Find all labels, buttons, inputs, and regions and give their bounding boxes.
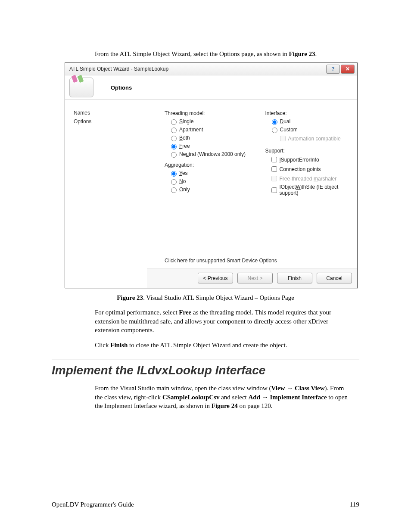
threading-both[interactable]: Both xyxy=(169,134,252,141)
intro-text: From the ATL Simple Object Wizard, selec… xyxy=(95,50,289,57)
interface-custom[interactable]: Custom xyxy=(270,126,353,133)
automation-compatible: Automation compatible xyxy=(278,134,353,143)
intro-period: . xyxy=(315,50,317,57)
header-title: Options xyxy=(111,84,132,91)
figure-caption: Figure 23. Visual Studio ATL Simple Obje… xyxy=(52,294,359,302)
dialog-header: Options xyxy=(65,75,357,100)
interface-support-column: Interface: Dual Custom Automation compat… xyxy=(265,108,353,258)
finish-paragraph: Click Finish to close the ATL Simple Obj… xyxy=(95,341,351,349)
help-button[interactable]: ? xyxy=(326,65,340,74)
aggregation-label: Aggregation: xyxy=(165,162,252,168)
aggregation-yes[interactable]: Yes xyxy=(169,170,252,177)
wizard-icon xyxy=(69,78,93,97)
caption-bold: Figure 23 xyxy=(117,294,143,301)
cancel-button[interactable]: Cancel xyxy=(317,273,352,283)
threading-label: Threading model: xyxy=(165,110,252,116)
threading-single[interactable]: Single xyxy=(169,118,252,125)
page-footer: OpenLDV Programmer's Guide 119 xyxy=(52,501,359,508)
smart-device-link[interactable]: Click here for unsupported Smart Device … xyxy=(165,258,353,264)
threading-neutral[interactable]: Neutral (Windows 2000 only) xyxy=(169,151,252,158)
support-isupporterrorinfo[interactable]: ISupportErrorInfo xyxy=(270,156,353,164)
interface-dual[interactable]: Dual xyxy=(270,118,353,125)
nav-item-names[interactable]: Names xyxy=(74,109,156,117)
intro-paragraph: From the ATL Simple Object Wizard, selec… xyxy=(95,50,351,58)
next-button: Next > xyxy=(237,273,273,283)
aggregation-no[interactable]: No xyxy=(169,178,252,185)
previous-button[interactable]: < Previous xyxy=(198,273,233,283)
aggregation-only[interactable]: Only xyxy=(169,186,252,193)
dialog-nav: Names Options xyxy=(65,100,160,268)
close-button[interactable]: ✕ xyxy=(341,65,355,74)
support-free-threaded-marshaler: Free-threaded marshaler xyxy=(270,174,353,183)
support-connection-points[interactable]: Connection points xyxy=(270,165,353,173)
footer-left: OpenLDV Programmer's Guide xyxy=(52,501,134,508)
finish-button[interactable]: Finish xyxy=(277,273,312,283)
threading-aggregation-column: Threading model: Single Apartment Both F… xyxy=(165,108,252,258)
titlebar: ATL Simple Object Wizard - SampleLookup … xyxy=(65,63,357,75)
atl-wizard-dialog: ATL Simple Object Wizard - SampleLookup … xyxy=(65,62,358,288)
performance-paragraph: For optimal performance, select Free as … xyxy=(95,308,351,334)
section-heading: Implement the ILdvxLookup Interface xyxy=(52,360,359,377)
caption-rest: . Visual Studio ATL Simple Object Wizard… xyxy=(143,294,294,301)
support-label: Support: xyxy=(265,148,353,154)
dialog-title: ATL Simple Object Wizard - SampleLookup xyxy=(69,66,325,72)
support-iobjectwithsite[interactable]: IObjectWithSite (IE object support) xyxy=(270,184,353,196)
dialog-button-row: < Previous Next > Finish Cancel xyxy=(147,268,357,288)
interface-label: Interface: xyxy=(265,110,353,116)
threading-free[interactable]: Free xyxy=(169,143,252,149)
footer-page-number: 119 xyxy=(350,501,359,508)
implement-paragraph: From the Visual Studio main window, open… xyxy=(95,384,351,410)
figure-ref: Figure 23 xyxy=(289,50,315,57)
nav-item-options[interactable]: Options xyxy=(74,117,156,126)
threading-apartment[interactable]: Apartment xyxy=(169,126,252,133)
